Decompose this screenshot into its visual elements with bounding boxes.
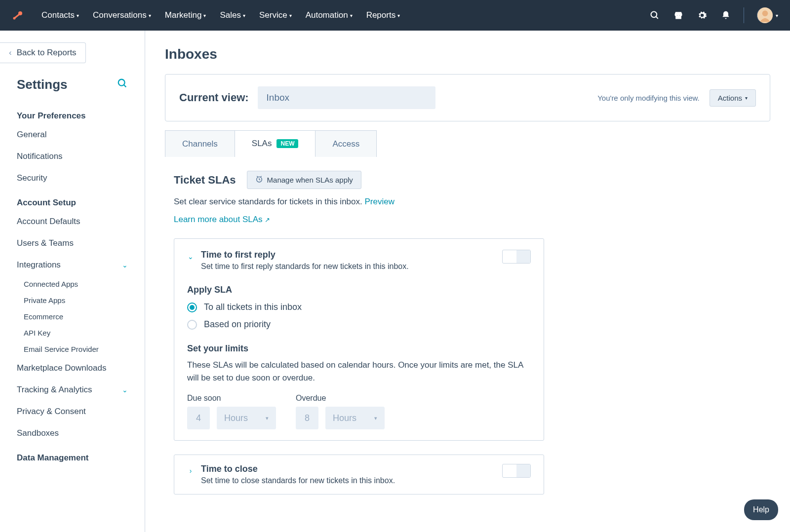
apply-sla-heading: Apply SLA <box>187 285 531 295</box>
limits-heading: Set your limits <box>187 343 531 354</box>
svg-line-3 <box>656 17 658 19</box>
tab-channels[interactable]: Channels <box>165 130 235 157</box>
time-to-close-card: › Time to close Set time to close standa… <box>174 455 544 494</box>
sidebar-item-sandboxes[interactable]: Sandboxes <box>0 422 145 444</box>
due-soon-input[interactable] <box>187 407 210 429</box>
nav-conversations[interactable]: Conversations▾ <box>93 10 151 20</box>
sidebar-sub-ecommerce[interactable]: Ecommerce <box>0 308 145 325</box>
caret-down-icon: ▾ <box>374 415 377 421</box>
caret-down-icon: ▾ <box>350 13 353 18</box>
chevron-down-icon: ⌄ <box>122 386 128 394</box>
actions-button[interactable]: Actions▾ <box>710 89 756 107</box>
sidebar-item-privacy-consent[interactable]: Privacy & Consent <box>0 401 145 422</box>
first-reply-title: Time to first reply <box>201 250 409 260</box>
sidebar-sub-email-service-provider[interactable]: Email Service Provider <box>0 341 145 357</box>
learn-more-link[interactable]: Learn more about SLAs↗ <box>174 215 270 224</box>
caret-down-icon: ▾ <box>776 13 778 18</box>
current-view-select[interactable]: Inbox <box>258 86 435 109</box>
view-note: You're only modifying this view. <box>597 94 700 102</box>
radio-all-tickets[interactable]: To all tickets in this inbox <box>187 302 531 312</box>
sidebar: ‹ Back to Reports Settings Your Preferen… <box>0 31 145 532</box>
search-icon[interactable] <box>649 9 661 21</box>
first-reply-toggle[interactable] <box>502 250 531 264</box>
page-title: Inboxes <box>165 46 770 62</box>
tabs: Channels SLAs NEW Access <box>165 130 770 157</box>
sidebar-item-security[interactable]: Security <box>0 167 145 189</box>
time-close-toggle[interactable] <box>502 464 531 478</box>
current-view-card: Current view: Inbox You're only modifyin… <box>165 74 770 121</box>
sidebar-sub-private-apps[interactable]: Private Apps <box>0 292 145 308</box>
back-to-reports-button[interactable]: ‹ Back to Reports <box>0 42 86 63</box>
marketplace-icon[interactable] <box>672 9 684 21</box>
overdue-input[interactable] <box>296 407 318 429</box>
main-content: Inboxes Current view: Inbox You're only … <box>145 31 790 532</box>
nav-sales[interactable]: Sales▾ <box>220 10 245 20</box>
caret-down-icon: ▾ <box>149 13 151 18</box>
help-button[interactable]: Help <box>744 499 778 520</box>
hubspot-logo[interactable] <box>12 9 24 21</box>
external-link-icon: ↗ <box>265 216 270 224</box>
first-reply-sub: Set time to first reply standards for ne… <box>201 262 409 271</box>
ticket-slas-heading: Ticket SLAs <box>174 174 236 187</box>
svg-point-5 <box>762 10 768 16</box>
caret-down-icon: ▾ <box>397 13 400 18</box>
account-setup-heading: Account Setup <box>0 189 145 211</box>
sidebar-item-tracking-analytics[interactable]: Tracking & Analytics⌄ <box>0 379 145 401</box>
time-close-title: Time to close <box>201 464 395 474</box>
settings-title: Settings <box>17 77 68 92</box>
sidebar-item-general[interactable]: General <box>0 124 145 146</box>
caret-down-icon: ▾ <box>266 415 269 421</box>
manage-slas-button[interactable]: Manage when SLAs apply <box>247 171 361 189</box>
sidebar-sub-api-key[interactable]: API Key <box>0 325 145 341</box>
radio-icon <box>187 320 197 330</box>
gear-icon[interactable] <box>696 9 708 21</box>
svg-point-6 <box>118 79 125 85</box>
bell-icon[interactable] <box>720 9 732 21</box>
caret-down-icon: ▾ <box>203 13 206 18</box>
sidebar-item-users-teams[interactable]: Users & Teams <box>0 232 145 254</box>
nav-reports[interactable]: Reports▾ <box>366 10 400 20</box>
caret-down-icon: ▾ <box>77 13 79 18</box>
new-badge: NEW <box>276 139 298 148</box>
overdue-label: Overdue <box>296 394 385 403</box>
svg-point-2 <box>651 12 657 18</box>
svg-line-7 <box>124 84 126 87</box>
current-view-label: Current view: <box>179 91 249 104</box>
time-to-first-reply-card: ⌄ Time to first reply Set time to first … <box>174 238 544 441</box>
data-management-heading: Data Management <box>0 444 145 466</box>
nav-automation[interactable]: Automation▾ <box>306 10 353 20</box>
collapse-icon[interactable]: ⌄ <box>187 253 194 261</box>
svg-point-1 <box>13 17 16 20</box>
top-nav: Contacts▾ Conversations▾ Marketing▾ Sale… <box>0 0 790 31</box>
chevron-down-icon: ⌄ <box>122 261 128 269</box>
chevron-left-icon: ‹ <box>9 48 12 58</box>
preferences-heading: Your Preferences <box>0 102 145 124</box>
due-soon-label: Due soon <box>187 394 276 403</box>
sidebar-item-notifications[interactable]: Notifications <box>0 146 145 167</box>
limits-desc: These SLAs will be calculated based on c… <box>187 359 531 384</box>
due-soon-unit-select[interactable]: Hours▾ <box>217 407 276 429</box>
overdue-unit-select[interactable]: Hours▾ <box>325 407 385 429</box>
sidebar-item-integrations[interactable]: Integrations⌄ <box>0 254 145 276</box>
nav-marketing[interactable]: Marketing▾ <box>165 10 206 20</box>
slas-description: Set clear service standards for tickets … <box>174 197 362 206</box>
back-label: Back to Reports <box>17 48 77 58</box>
avatar[interactable] <box>757 7 773 23</box>
tab-slas[interactable]: SLAs NEW <box>235 130 316 157</box>
caret-down-icon: ▾ <box>289 13 292 18</box>
radio-icon <box>187 303 197 312</box>
tab-access[interactable]: Access <box>316 130 377 157</box>
preview-link[interactable]: Preview <box>364 197 394 206</box>
radio-based-on-priority[interactable]: Based on priority <box>187 319 531 330</box>
sidebar-sub-connected-apps[interactable]: Connected Apps <box>0 276 145 292</box>
caret-down-icon: ▾ <box>243 13 245 18</box>
caret-down-icon: ▾ <box>745 95 748 101</box>
clock-icon <box>255 175 263 185</box>
time-close-sub: Set time to close standards for new tick… <box>201 476 395 485</box>
expand-icon[interactable]: › <box>187 467 194 475</box>
sidebar-item-marketplace-downloads[interactable]: Marketplace Downloads <box>0 357 145 379</box>
search-settings-icon[interactable] <box>117 78 128 92</box>
nav-contacts[interactable]: Contacts▾ <box>41 10 79 20</box>
sidebar-item-account-defaults[interactable]: Account Defaults <box>0 211 145 232</box>
nav-service[interactable]: Service▾ <box>259 10 292 20</box>
